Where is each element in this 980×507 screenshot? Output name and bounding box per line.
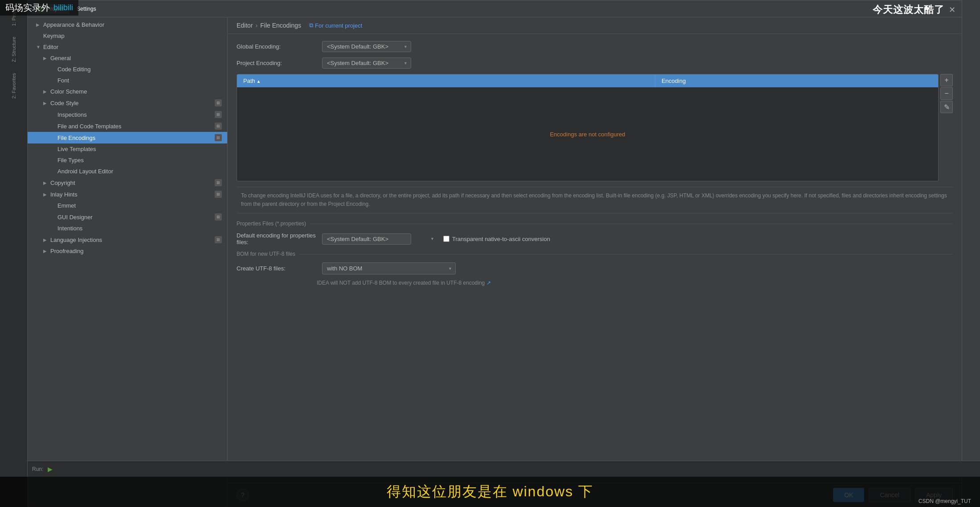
sidebar-item-font[interactable]: Font bbox=[27, 75, 227, 86]
title-bar-overlay: 今天这波太酷了 ✕ bbox=[866, 0, 962, 19]
sidebar-item-emmet[interactable]: Emmet bbox=[27, 200, 227, 211]
create-utf8-row: Create UTF-8 files: with NO BOM with BOM bbox=[237, 262, 953, 274]
sidebar-item-proofreading[interactable]: ▶ Proofreading bbox=[27, 245, 227, 257]
encoding-header-label: Encoding bbox=[662, 78, 686, 84]
sidebar-item-gui-designer[interactable]: GUI Designer ⊞ bbox=[27, 211, 227, 223]
breadcrumb-bar: Editor › File Encodings ⧉ For current pr… bbox=[228, 17, 962, 34]
sidebar-item-label: File Encodings bbox=[57, 135, 213, 141]
global-encoding-dropdown-wrapper: <System Default: GBK> UTF-8 ISO-8859-1 bbox=[322, 41, 411, 52]
favorites-tab[interactable]: 2: Favorites bbox=[9, 68, 18, 104]
bilibili-overlay: 码场实录外 bilibili bbox=[0, 0, 78, 16]
bom-info-link[interactable]: ↗ bbox=[486, 280, 491, 286]
sidebar-item-file-encodings[interactable]: File Encodings ⊞ bbox=[27, 132, 227, 143]
sidebar-item-label: Copyright bbox=[50, 180, 213, 186]
sidebar-item-code-editing[interactable]: Code Editing bbox=[27, 64, 227, 75]
encoding-table-wrapper: Path Encoding Encodings are not configur… bbox=[237, 74, 953, 187]
bom-section-divider bbox=[299, 254, 953, 254]
chevron-right-icon: ▶ bbox=[43, 249, 50, 254]
sidebar-item-file-types[interactable]: File Types bbox=[27, 155, 227, 166]
transparent-checkbox-label[interactable]: Transparent native-to-ascii conversion bbox=[452, 236, 550, 242]
subtitle-text: 得知这位朋友是在 windows 下 bbox=[387, 482, 594, 502]
fct-badge: ⊞ bbox=[215, 123, 222, 130]
run-play-icon[interactable]: ▶ bbox=[48, 466, 53, 473]
table-body: Encodings are not configured bbox=[237, 87, 938, 181]
sidebar-item-label: Color Scheme bbox=[50, 88, 222, 95]
encoding-column-header[interactable]: Encoding bbox=[655, 74, 938, 87]
for-project-link[interactable]: ⧉ For current project bbox=[309, 22, 362, 29]
sidebar-item-copyright[interactable]: ▶ Copyright ⊞ bbox=[27, 177, 227, 188]
structure-tab[interactable]: Z: Structure bbox=[9, 31, 18, 67]
sidebar-item-code-style[interactable]: ▶ Code Style ⊞ bbox=[27, 97, 227, 109]
sidebar-item-label: Inlay Hints bbox=[50, 191, 213, 198]
global-encoding-select[interactable]: <System Default: GBK> UTF-8 ISO-8859-1 bbox=[322, 41, 411, 52]
sidebar-item-label: File Types bbox=[57, 157, 222, 164]
sidebar-item-general[interactable]: ▶ General bbox=[27, 53, 227, 64]
sidebar-item-appearance[interactable]: ▶ Appearance & Behavior bbox=[27, 19, 227, 30]
sidebar-item-file-code-templates[interactable]: File and Code Templates ⊞ bbox=[27, 120, 227, 132]
li-badge: ⊞ bbox=[215, 236, 222, 243]
create-utf8-label: Create UTF-8 files: bbox=[237, 265, 317, 272]
fe-badge: ⊞ bbox=[215, 134, 222, 141]
bilibili-logo: bilibili bbox=[53, 3, 73, 12]
watermark: 今天这波太酷了 bbox=[873, 3, 944, 16]
sidebar-item-label: Font bbox=[57, 77, 222, 84]
chevron-right-icon: ▶ bbox=[43, 237, 50, 242]
breadcrumb-separator: › bbox=[256, 22, 258, 29]
bom-select[interactable]: with NO BOM with BOM bbox=[322, 262, 456, 274]
chevron-down-icon: ▼ bbox=[36, 45, 43, 49]
sidebar-item-keymap[interactable]: Keymap bbox=[27, 30, 227, 41]
sidebar-item-label: General bbox=[50, 55, 222, 61]
main-panel: Editor › File Encodings ⧉ For current pr… bbox=[228, 17, 962, 507]
properties-encoding-label: Default encoding for properties files: bbox=[237, 232, 317, 245]
breadcrumb-parent: Editor bbox=[237, 22, 253, 29]
sidebar-item-editor[interactable]: ▼ Editor bbox=[27, 41, 227, 53]
bom-info-text: IDEA will NOT add UTF-8 BOM to every cre… bbox=[317, 280, 485, 286]
transparent-checkbox[interactable] bbox=[443, 236, 449, 242]
edit-encoding-button[interactable]: ✎ bbox=[940, 101, 953, 113]
sidebar-item-inlay-hints[interactable]: ▶ Inlay Hints ⊞ bbox=[27, 188, 227, 200]
remove-encoding-button[interactable]: − bbox=[940, 87, 953, 100]
sidebar-item-label: Keymap bbox=[43, 33, 222, 39]
transparent-checkbox-wrapper: Transparent native-to-ascii conversion bbox=[443, 236, 550, 242]
sidebar-item-label: Intentions bbox=[57, 225, 222, 232]
global-encoding-label: Global Encoding: bbox=[237, 43, 317, 50]
copyright-badge: ⊞ bbox=[215, 179, 222, 186]
chevron-right-icon: ▶ bbox=[43, 192, 50, 197]
runner-strip: Run: ▶ bbox=[28, 461, 980, 477]
gui-badge: ⊞ bbox=[215, 213, 222, 221]
bom-section-header: BOM for new UTF-8 files bbox=[237, 251, 953, 257]
sidebar-item-inspections[interactable]: Inspections ⊞ bbox=[27, 109, 227, 120]
breadcrumb-current: File Encodings bbox=[260, 22, 301, 29]
sidebar-item-intentions[interactable]: Intentions bbox=[27, 223, 227, 234]
subtitle-bar: 得知这位朋友是在 windows 下 CSDN @mengyi_TUT bbox=[0, 477, 980, 507]
dialog-window: Project Settings 今天这波太酷了 ✕ ▶ Appearance … bbox=[27, 0, 962, 507]
sidebar-item-label: Inspections bbox=[57, 111, 213, 118]
sidebar-item-android-layout[interactable]: Android Layout Editor bbox=[27, 166, 227, 177]
close-button[interactable]: ✕ bbox=[949, 6, 956, 14]
sidebar-item-color-scheme[interactable]: ▶ Color Scheme bbox=[27, 86, 227, 97]
sidebar-item-language-injections[interactable]: ▶ Language Injections ⊞ bbox=[27, 234, 227, 245]
sidebar-item-label: Emmet bbox=[57, 202, 222, 209]
properties-encoding-select[interactable]: <System Default: GBK> UTF-8 bbox=[322, 233, 411, 245]
inlay-badge: ⊞ bbox=[215, 191, 222, 198]
bilibili-text: 码场实录外 bbox=[5, 2, 50, 14]
sidebar-item-live-templates[interactable]: Live Templates bbox=[27, 143, 227, 155]
global-encoding-row: Global Encoding: <System Default: GBK> U… bbox=[237, 41, 953, 52]
subtitle-csdn: CSDN @mengyi_TUT bbox=[919, 498, 971, 504]
sidebar-item-label: Android Layout Editor bbox=[57, 168, 222, 175]
project-encoding-select[interactable]: <System Default: GBK> UTF-8 bbox=[322, 57, 411, 69]
add-encoding-button[interactable]: + bbox=[940, 74, 953, 86]
chevron-right-icon: ▶ bbox=[43, 89, 50, 94]
info-text: To change encoding IntelliJ IDEA uses fo… bbox=[237, 187, 953, 213]
inspections-badge: ⊞ bbox=[215, 111, 222, 118]
sidebar-item-label: Code Editing bbox=[57, 66, 222, 73]
encoding-table: Path Encoding Encodings are not configur… bbox=[237, 74, 939, 181]
bom-section-title: BOM for new UTF-8 files bbox=[237, 251, 295, 257]
path-column-header[interactable]: Path bbox=[237, 74, 655, 87]
properties-encoding-row: Default encoding for properties files: <… bbox=[237, 232, 953, 245]
sidebar-item-label: Appearance & Behavior bbox=[43, 21, 222, 28]
link-icon: ⧉ bbox=[309, 22, 313, 29]
chevron-right-icon: ▶ bbox=[43, 56, 50, 61]
chevron-right-icon: ▶ bbox=[43, 180, 50, 185]
empty-message: Encodings are not configured bbox=[550, 131, 625, 138]
